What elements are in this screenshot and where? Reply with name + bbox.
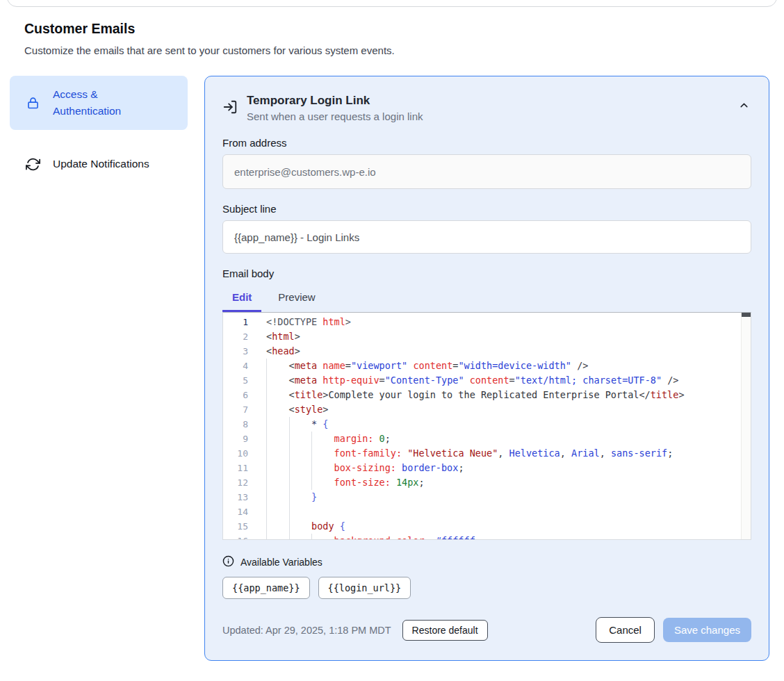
updated-timestamp: Updated: Apr 29, 2025, 1:18 PM MDT xyxy=(222,625,391,636)
variable-chip-login-url[interactable]: {{login_url}} xyxy=(318,577,411,599)
sidebar-item-update-notifications[interactable]: Update Notifications xyxy=(10,145,188,183)
editor-scrollbar[interactable] xyxy=(741,313,751,539)
page-subtitle: Customize the emails that are sent to yo… xyxy=(24,44,760,56)
from-address-input xyxy=(222,154,751,189)
email-body-tabs: Edit Preview xyxy=(222,285,751,312)
sidebar-item-access-authentication[interactable]: Access & Authentication xyxy=(10,76,188,130)
editor-scrollbar-thumb[interactable] xyxy=(742,313,751,317)
panel-subtitle: Sent when a user requests a login link xyxy=(247,110,423,122)
available-variables-row: Available Variables xyxy=(222,555,751,569)
email-body-label: Email body xyxy=(222,268,751,279)
lock-icon xyxy=(26,96,40,110)
variable-chip-app-name[interactable]: {{app_name}} xyxy=(222,577,310,599)
previous-card-bottom-edge xyxy=(7,0,777,7)
panel-title: Temporary Login Link xyxy=(247,94,423,108)
available-variables-label: Available Variables xyxy=(240,557,322,568)
tab-edit[interactable]: Edit xyxy=(222,285,261,312)
subject-line-input[interactable] xyxy=(222,220,751,254)
variable-chips: {{app_name}} {{login_url}} xyxy=(222,577,751,599)
page-header: Customer Emails Customize the emails tha… xyxy=(24,21,760,56)
subject-line-label: Subject line xyxy=(222,203,751,215)
collapse-button[interactable] xyxy=(737,98,751,115)
login-icon xyxy=(222,99,238,117)
panel-header: Temporary Login Link Sent when a user re… xyxy=(222,94,751,122)
sidebar-item-label: Update Notifications xyxy=(53,156,149,172)
save-changes-button[interactable]: Save changes xyxy=(663,618,751,642)
temporary-login-link-panel: Temporary Login Link Sent when a user re… xyxy=(204,76,769,661)
email-body-code-editor[interactable]: 1<!DOCTYPE html>2<html>3<head>4 <meta na… xyxy=(222,312,751,540)
page-title: Customer Emails xyxy=(24,21,760,37)
cancel-button[interactable]: Cancel xyxy=(596,617,655,643)
sidebar-item-label: Access & Authentication xyxy=(53,86,147,120)
tab-preview[interactable]: Preview xyxy=(268,285,325,312)
from-address-label: From address xyxy=(222,137,751,149)
chevron-up-icon xyxy=(738,99,750,113)
info-icon xyxy=(222,555,234,569)
refresh-icon xyxy=(26,157,40,172)
panel-footer: Updated: Apr 29, 2025, 1:18 PM MDT Resto… xyxy=(222,617,751,643)
restore-default-button[interactable]: Restore default xyxy=(402,620,488,641)
email-categories-sidebar: Access & Authentication Update Notificat… xyxy=(10,76,188,183)
code-lines: 1<!DOCTYPE html>2<html>3<head>4 <meta na… xyxy=(223,313,751,540)
